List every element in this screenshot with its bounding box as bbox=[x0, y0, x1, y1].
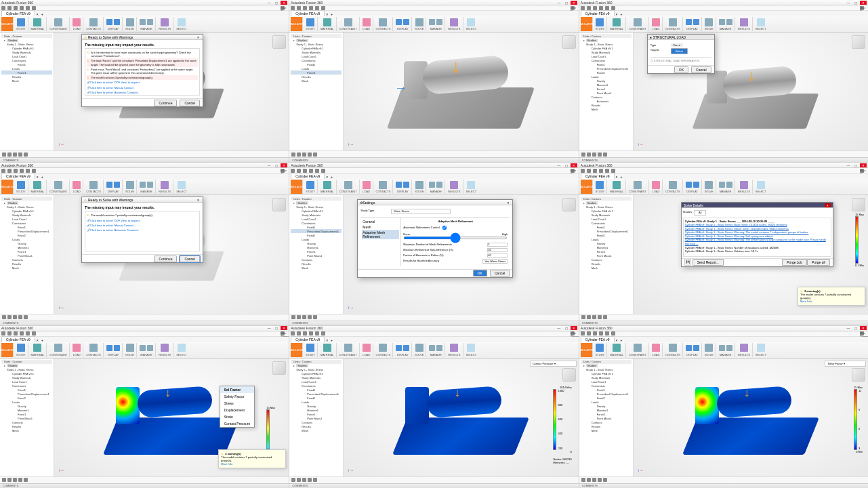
window-8: Autodesk Fusion 360—◻× Mike Thomas Cylin… bbox=[289, 326, 578, 488]
chevron-down-icon: ▾ bbox=[844, 362, 845, 365]
file-tab[interactable]: Cylinder FEA v9 bbox=[1, 10, 35, 16]
titlebar: Autodesk Fusion 360 —◻× bbox=[0, 0, 289, 5]
viewport-toolbar[interactable] bbox=[0, 150, 289, 157]
viewport[interactable]: ↑→ ⚠Ready to Solve with Warnings× The mi… bbox=[54, 33, 289, 150]
pressure-legend: 1014 Max 1000800600400200 0 Nodes: 98523… bbox=[553, 386, 571, 464]
axes-triad: ↑→ bbox=[58, 142, 64, 146]
loads-panel: ●STRUCTURAL LOAD TypeForce TargetsSelect… bbox=[647, 34, 715, 74]
window-7: Autodesk Fusion 360—◻× Mike Thomas Cylin… bbox=[0, 326, 289, 488]
continue-button[interactable]: Continue bbox=[154, 100, 177, 106]
results-menu: Sol Factor Safety Factor Stress Displace… bbox=[220, 386, 255, 428]
solve-details-dialog: Solve Details× Studies All Cylinder FEA … bbox=[681, 202, 833, 266]
color-legend: 15 Max 0.1 Min bbox=[855, 213, 864, 267]
refinement-slider[interactable] bbox=[403, 237, 508, 239]
warning-dialog: ⚠Ready to Solve with Warnings× The missi… bbox=[81, 34, 203, 107]
window-9: Autodesk Fusion 360—◻× Mike Thomas Cylin… bbox=[579, 326, 868, 488]
close-icon[interactable]: × bbox=[281, 1, 287, 5]
warning-toast[interactable]: ⚠3 warning(s) The model contains 7 parti… bbox=[218, 449, 286, 468]
load-arrow-icon: ↓ bbox=[451, 56, 461, 77]
window-2: Autodesk Fusion 360—◻× Mike Thomas Cylin… bbox=[289, 0, 578, 162]
browser-tree[interactable]: Units : Custom ▸Studies Study 1 - Static… bbox=[0, 33, 54, 150]
warning-dialog-2: ⚠Ready to Solve with Warnings× The missi… bbox=[81, 197, 203, 263]
min-icon[interactable]: — bbox=[266, 1, 272, 5]
view-cube[interactable] bbox=[272, 35, 286, 49]
settings-dialog: ⚙Settings× Study TypeStatic Stress Gener… bbox=[357, 199, 513, 278]
max-icon[interactable]: ◻ bbox=[273, 1, 280, 5]
window-6: Autodesk Fusion 360—◻× Mike Thomas Cylin… bbox=[579, 163, 868, 325]
save-icon[interactable]: 💾 bbox=[684, 259, 691, 266]
close-icon[interactable]: × bbox=[196, 35, 201, 39]
window-5: Autodesk Fusion 360—◻× Mike Thomas Cylin… bbox=[289, 163, 578, 325]
model-meshed[interactable]: ↓ → bbox=[394, 54, 527, 129]
warning-toast[interactable]: ⚠3 warning(s) The model contains 7 parti… bbox=[798, 287, 865, 306]
workspace-selector[interactable]: SIMULATION bbox=[1, 17, 14, 31]
result-type-dropdown[interactable]: Contact Pressure ▾ bbox=[530, 361, 577, 367]
window-1: Autodesk Fusion 360 —◻× Mike Thomas Cyli… bbox=[0, 0, 289, 162]
quick-access: Mike Thomas bbox=[0, 5, 289, 11]
constraint-arrow-icon: → bbox=[394, 80, 408, 95]
result-type-dropdown[interactable]: Solve Factor ▾ bbox=[825, 361, 866, 367]
cancel-button[interactable]: Cancel bbox=[180, 100, 200, 106]
ribbon: SIMULATION STUDY MATERIAL CONSTRAINT LOA… bbox=[0, 16, 289, 33]
window-4: Autodesk Fusion 360—◻× Mike Thomas Cylin… bbox=[0, 163, 289, 325]
app-title: Autodesk Fusion 360 bbox=[1, 1, 266, 5]
fea-result[interactable]: ↓ bbox=[110, 380, 232, 455]
window-3: Autodesk Fusion 360—◻× Mike Thomas Cylin… bbox=[579, 0, 868, 162]
chevron-down-icon: ▾ bbox=[554, 362, 556, 365]
select-button[interactable]: Select bbox=[671, 48, 688, 54]
